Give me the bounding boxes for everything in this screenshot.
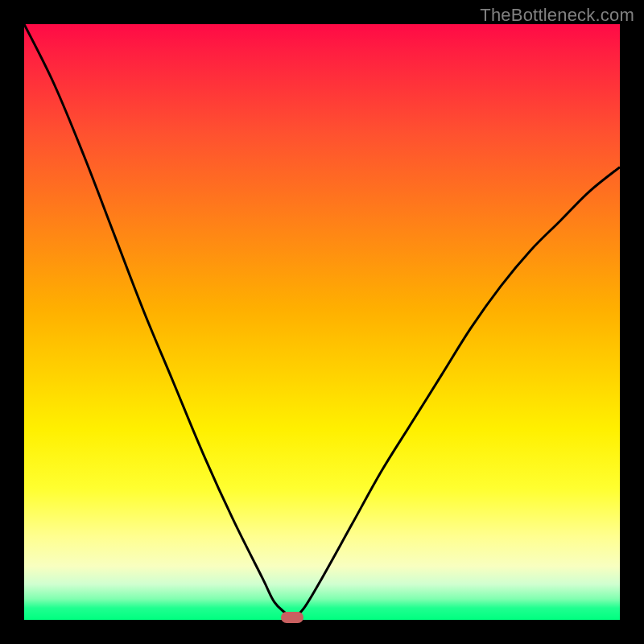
- watermark-label: TheBottleneck.com: [480, 5, 634, 26]
- bottleneck-curve-right: [292, 167, 620, 620]
- curve-svg: [24, 24, 620, 620]
- optimal-marker: [281, 612, 303, 623]
- bottleneck-curve-left: [24, 24, 292, 620]
- chart-container: TheBottleneck.com: [0, 0, 644, 644]
- plot-area: [24, 24, 620, 620]
